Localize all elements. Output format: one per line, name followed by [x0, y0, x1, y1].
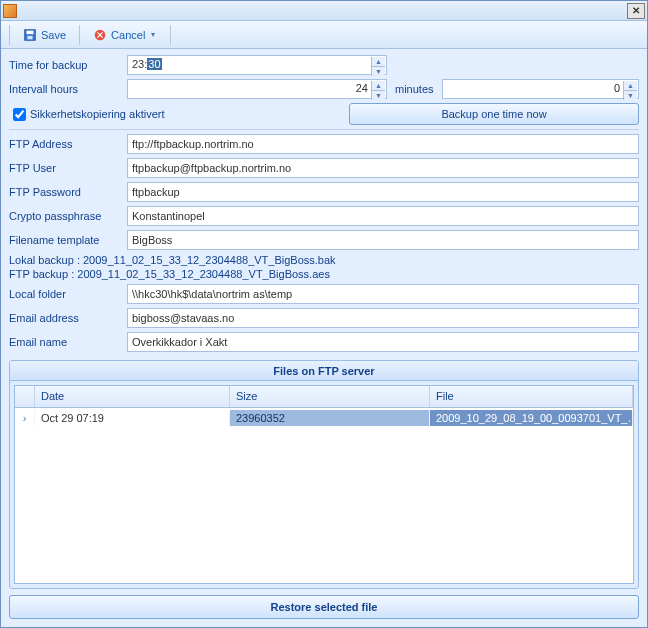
spin-down[interactable]: ▼: [371, 67, 385, 76]
divider: [9, 129, 639, 130]
files-panel-title: Files on FTP server: [10, 361, 638, 381]
files-panel: Files on FTP server Date Size File › Oct…: [9, 360, 639, 589]
grid-body: › Oct 29 07:19 23960352 2009_10_29_08_19…: [15, 408, 633, 583]
email-name-label: Email name: [9, 336, 127, 348]
spin-up[interactable]: ▲: [371, 57, 385, 67]
col-file[interactable]: File: [430, 386, 633, 407]
cancel-dropdown-arrow[interactable]: ▾: [149, 30, 157, 39]
cancel-icon: [93, 28, 107, 42]
lokal-backup-info: Lokal backup : 2009_11_02_15_33_12_23044…: [9, 254, 639, 266]
files-grid: Date Size File › Oct 29 07:19 23960352 2…: [14, 385, 634, 584]
backup-enabled-label: Sikkerhetskopiering aktivert: [30, 108, 165, 120]
backup-now-button[interactable]: Backup one time now: [349, 103, 639, 125]
ftp-user-label: FTP User: [9, 162, 127, 174]
ftp-backup-info: FTP backup : 2009_11_02_15_33_12_2304488…: [9, 268, 639, 280]
ftp-password-input[interactable]: [127, 182, 639, 202]
svg-rect-1: [27, 30, 34, 34]
toolbar-separator: [9, 25, 10, 45]
spin-up[interactable]: ▲: [623, 81, 637, 91]
time-for-backup-label: Time for backup: [9, 59, 127, 71]
table-row[interactable]: › Oct 29 07:19 23960352 2009_10_29_08_19…: [15, 408, 633, 428]
toolbar-separator: [170, 25, 171, 45]
svg-rect-2: [27, 35, 32, 39]
email-name-input[interactable]: [127, 332, 639, 352]
spin-down[interactable]: ▼: [623, 91, 637, 100]
spin-down[interactable]: ▼: [371, 91, 385, 100]
crypto-passphrase-input[interactable]: [127, 206, 639, 226]
app-icon: [3, 4, 17, 18]
backup-enabled-checkbox[interactable]: [13, 108, 26, 121]
time-for-backup-input[interactable]: 23:30 ▲▼: [127, 55, 387, 75]
minutes-input[interactable]: 0 ▲▼: [442, 79, 639, 99]
email-address-label: Email address: [9, 312, 127, 324]
restore-button[interactable]: Restore selected file: [9, 595, 639, 619]
filename-template-label: Filename template: [9, 234, 127, 246]
save-label: Save: [41, 29, 66, 41]
titlebar: ✕: [1, 1, 647, 21]
ftp-address-input[interactable]: [127, 134, 639, 154]
backup-settings-window: ✕ Save Cancel ▾ Time for backup 23:30 ▲▼…: [0, 0, 648, 628]
close-button[interactable]: ✕: [627, 3, 645, 19]
cell-date: Oct 29 07:19: [35, 410, 230, 426]
save-icon: [23, 28, 37, 42]
local-folder-label: Local folder: [9, 288, 127, 300]
col-size[interactable]: Size: [230, 386, 430, 407]
cell-size: 23960352: [230, 410, 430, 426]
col-expand: [15, 386, 35, 407]
ftp-user-input[interactable]: [127, 158, 639, 178]
cancel-label: Cancel: [111, 29, 145, 41]
intervall-hours-input[interactable]: 24 ▲▼: [127, 79, 387, 99]
expand-icon[interactable]: ›: [15, 410, 35, 426]
filename-template-input[interactable]: [127, 230, 639, 250]
form-area: Time for backup 23:30 ▲▼ Intervall hours…: [1, 49, 647, 360]
spin-up[interactable]: ▲: [371, 81, 385, 91]
save-button[interactable]: Save: [14, 24, 75, 46]
cancel-button[interactable]: Cancel ▾: [84, 24, 166, 46]
cell-file: 2009_10_29_08_19_00_0093701_VT_…: [430, 410, 633, 426]
crypto-passphrase-label: Crypto passphrase: [9, 210, 127, 222]
email-address-input[interactable]: [127, 308, 639, 328]
toolbar: Save Cancel ▾: [1, 21, 647, 49]
minutes-label: minutes: [387, 83, 442, 95]
col-date[interactable]: Date: [35, 386, 230, 407]
toolbar-separator: [79, 25, 80, 45]
intervall-hours-label: Intervall hours: [9, 83, 127, 95]
ftp-address-label: FTP Address: [9, 138, 127, 150]
grid-header: Date Size File: [15, 386, 633, 408]
local-folder-input[interactable]: [127, 284, 639, 304]
ftp-password-label: FTP Password: [9, 186, 127, 198]
